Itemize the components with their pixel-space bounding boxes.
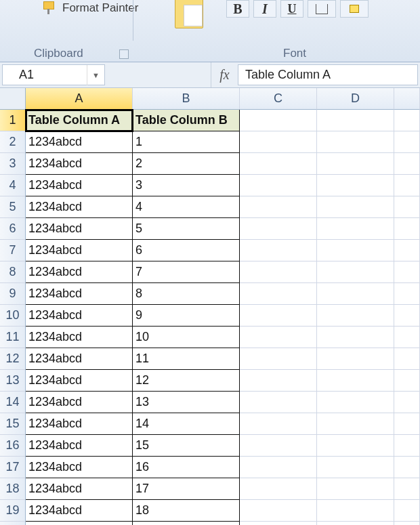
cell[interactable]: 1234abcd: [26, 457, 133, 478]
column-header[interactable]: C: [240, 88, 317, 110]
cell[interactable]: 10: [133, 327, 240, 348]
cell[interactable]: [394, 110, 420, 131]
row-header[interactable]: 18: [0, 478, 26, 500]
cell[interactable]: 1234abcd: [26, 240, 133, 261]
cell[interactable]: 1234abcd: [26, 478, 133, 500]
row-header[interactable]: 12: [0, 348, 26, 370]
cell[interactable]: [240, 261, 317, 283]
cell[interactable]: [394, 522, 420, 525]
cell[interactable]: 1234abcd: [26, 522, 133, 525]
spreadsheet-grid[interactable]: ABCD1Table Column ATable Column B21234ab…: [0, 88, 420, 525]
row-header[interactable]: 1: [0, 110, 26, 131]
cell[interactable]: 2: [133, 153, 240, 175]
paste-icon[interactable]: [175, 0, 203, 28]
cell[interactable]: 1234abcd: [26, 196, 133, 218]
cell[interactable]: 1234abcd: [26, 131, 133, 153]
cell[interactable]: 1: [133, 131, 240, 153]
cell[interactable]: 14: [133, 413, 240, 435]
row-header[interactable]: 16: [0, 435, 26, 457]
cell[interactable]: 16: [133, 457, 240, 478]
cell[interactable]: [317, 131, 394, 153]
cell[interactable]: Table Column B: [133, 110, 240, 131]
fill-color-button[interactable]: [340, 0, 369, 18]
bold-button[interactable]: B: [226, 0, 249, 18]
row-header[interactable]: 15: [0, 413, 26, 435]
cell[interactable]: [394, 175, 420, 196]
format-painter-button[interactable]: Format Painter: [42, 1, 138, 15]
cell[interactable]: [394, 500, 420, 522]
cell[interactable]: [240, 175, 317, 196]
formula-bar[interactable]: Table Column A: [238, 64, 418, 85]
row-header[interactable]: 14: [0, 392, 26, 413]
cell[interactable]: 1234abcd: [26, 500, 133, 522]
cell[interactable]: [240, 522, 317, 525]
select-all-corner[interactable]: [0, 88, 26, 110]
cell[interactable]: [394, 348, 420, 370]
cell[interactable]: [394, 370, 420, 392]
chevron-down-icon[interactable]: ▼: [87, 65, 104, 85]
cell[interactable]: 18: [133, 500, 240, 522]
cell[interactable]: [317, 283, 394, 305]
cell[interactable]: [240, 370, 317, 392]
row-header[interactable]: 13: [0, 370, 26, 392]
cell[interactable]: [317, 175, 394, 196]
cell[interactable]: [394, 392, 420, 413]
underline-button[interactable]: U: [280, 0, 303, 18]
row-header[interactable]: 2: [0, 131, 26, 153]
cell[interactable]: [317, 305, 394, 327]
cell[interactable]: [317, 348, 394, 370]
cell[interactable]: [394, 283, 420, 305]
cell[interactable]: [240, 392, 317, 413]
cell[interactable]: [317, 153, 394, 175]
cell[interactable]: [394, 153, 420, 175]
cell[interactable]: 1234abcd: [26, 305, 133, 327]
cell[interactable]: 12: [133, 370, 240, 392]
cell[interactable]: [394, 435, 420, 457]
cell[interactable]: [240, 435, 317, 457]
cell[interactable]: [317, 327, 394, 348]
row-header[interactable]: 8: [0, 261, 26, 283]
cell[interactable]: [394, 413, 420, 435]
cell[interactable]: [317, 478, 394, 500]
row-header[interactable]: 7: [0, 240, 26, 261]
cell[interactable]: 13: [133, 392, 240, 413]
cell[interactable]: 3: [133, 175, 240, 196]
cell[interactable]: 1234abcd: [26, 370, 133, 392]
name-box[interactable]: A1 ▼: [2, 64, 105, 85]
cell[interactable]: [317, 218, 394, 240]
cell[interactable]: 7: [133, 261, 240, 283]
cell[interactable]: [394, 261, 420, 283]
cell[interactable]: [240, 413, 317, 435]
cell[interactable]: 4: [133, 196, 240, 218]
cell[interactable]: [317, 522, 394, 525]
cell[interactable]: 19: [133, 522, 240, 525]
cell[interactable]: 1234abcd: [26, 175, 133, 196]
cell[interactable]: [317, 196, 394, 218]
cell[interactable]: Table Column A: [26, 110, 133, 131]
cell[interactable]: [240, 218, 317, 240]
cell[interactable]: [394, 305, 420, 327]
cell[interactable]: 1234abcd: [26, 283, 133, 305]
row-header[interactable]: 19: [0, 500, 26, 522]
cell[interactable]: 11: [133, 348, 240, 370]
column-header[interactable]: A: [26, 88, 133, 110]
cell[interactable]: [394, 131, 420, 153]
row-header[interactable]: 10: [0, 305, 26, 327]
cell[interactable]: [394, 218, 420, 240]
cell[interactable]: [394, 240, 420, 261]
cell[interactable]: 1234abcd: [26, 348, 133, 370]
cell[interactable]: [240, 457, 317, 478]
cell[interactable]: [240, 110, 317, 131]
row-header[interactable]: 3: [0, 153, 26, 175]
row-header[interactable]: 4: [0, 175, 26, 196]
cell[interactable]: [394, 457, 420, 478]
cell[interactable]: [317, 261, 394, 283]
column-header[interactable]: [394, 88, 420, 110]
cell[interactable]: 9: [133, 305, 240, 327]
italic-button[interactable]: I: [253, 0, 276, 18]
cell[interactable]: 17: [133, 478, 240, 500]
cell[interactable]: [317, 457, 394, 478]
row-header[interactable]: 17: [0, 457, 26, 478]
cell[interactable]: [317, 240, 394, 261]
row-header[interactable]: 5: [0, 196, 26, 218]
